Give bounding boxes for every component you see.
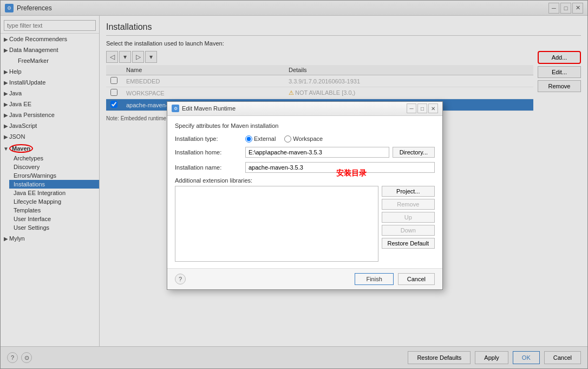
installation-name-input[interactable] — [245, 162, 435, 173]
modal-help-button[interactable]: ? — [175, 274, 186, 284]
modal-cancel-button[interactable]: Cancel — [398, 273, 435, 285]
modal-body: Specify attributes for Maven installatio… — [167, 116, 442, 268]
external-radio[interactable] — [245, 135, 252, 143]
installation-type-row: Installation type: External Workspace — [175, 135, 435, 143]
workspace-label: Workspace — [293, 135, 323, 142]
installation-home-label: Installation home: — [175, 149, 245, 156]
installation-home-input[interactable] — [245, 147, 389, 158]
external-radio-label[interactable]: External — [245, 135, 276, 143]
ext-libraries-label: Additional extension libraries: — [175, 177, 435, 184]
radio-group: External Workspace — [245, 135, 323, 143]
remove-ext-button[interactable]: Remove — [382, 199, 435, 210]
installation-type-label: Installation type: — [175, 135, 245, 142]
modal-subtitle: Specify attributes for Maven installatio… — [175, 122, 435, 129]
up-button[interactable]: Up — [382, 212, 435, 223]
modal-overlay: ⚙ Edit Maven Runtime ─ □ ✕ Specify attri… — [1, 1, 587, 368]
ext-area: Project... Remove Up Down Restore Defaul… — [175, 186, 435, 262]
modal-close[interactable]: ✕ — [428, 103, 438, 113]
finish-button[interactable]: Finish — [355, 273, 393, 285]
modal-maximize[interactable]: □ — [417, 103, 427, 113]
preferences-window: ⚙ Preferences ─ □ ✕ ▶ Code Recommenders … — [0, 0, 588, 369]
modal-minimize[interactable]: ─ — [407, 103, 416, 113]
ext-buttons: Project... Remove Up Down Restore Defaul… — [382, 186, 435, 262]
directory-button[interactable]: Directory... — [393, 147, 435, 158]
restore-default-button[interactable]: Restore Default — [382, 238, 435, 249]
modal-title-bar: ⚙ Edit Maven Runtime ─ □ ✕ — [167, 102, 442, 116]
installation-name-label: Installation name: — [175, 164, 245, 171]
external-label: External — [254, 135, 276, 142]
modal-icon: ⚙ — [172, 105, 179, 112]
ext-list — [175, 186, 378, 262]
workspace-radio-label[interactable]: Workspace — [284, 135, 323, 143]
installation-name-row: Installation name: — [175, 162, 435, 173]
edit-maven-runtime-dialog: ⚙ Edit Maven Runtime ─ □ ✕ Specify attri… — [167, 101, 443, 290]
installation-home-row: Installation home: Directory... — [175, 147, 435, 158]
down-button[interactable]: Down — [382, 225, 435, 236]
modal-footer-right: Finish Cancel — [355, 273, 435, 285]
project-button[interactable]: Project... — [382, 186, 435, 197]
modal-title: Edit Maven Runtime — [182, 105, 236, 112]
modal-footer: ? Finish Cancel — [167, 268, 442, 289]
workspace-radio[interactable] — [284, 135, 291, 143]
